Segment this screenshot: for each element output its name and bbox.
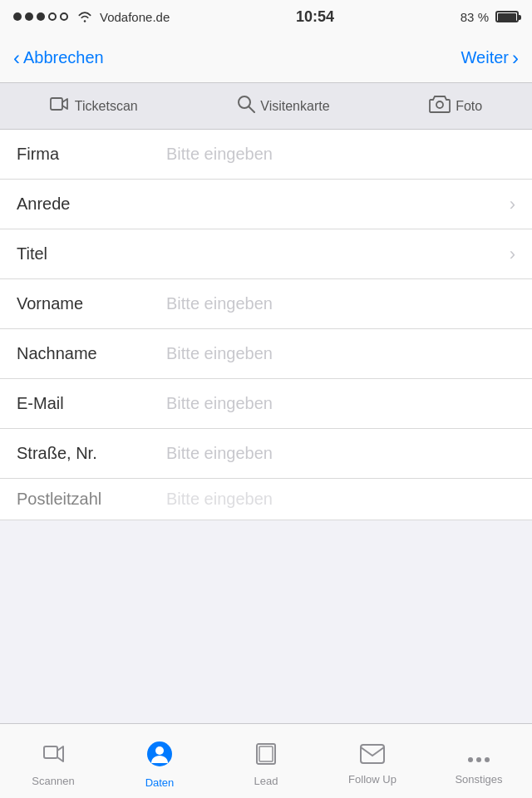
form-row-vorname[interactable]: Vorname <box>0 279 532 329</box>
sonstiges-icon <box>467 744 490 770</box>
scannen-icon <box>42 742 65 771</box>
search-icon <box>237 95 255 117</box>
form-row-strasse[interactable]: Straße, Nr. <box>0 429 532 479</box>
email-input[interactable] <box>166 394 515 413</box>
daten-icon <box>146 741 173 773</box>
tab-lead[interactable]: Lead <box>213 736 319 787</box>
toolbar-visitenkarte[interactable]: Visitenkarte <box>227 95 339 117</box>
form-row-titel[interactable]: Titel › <box>0 229 532 279</box>
form-container: Firma Anrede › Titel › Vorname Nachname … <box>0 130 532 520</box>
status-left: Vodafone.de <box>13 10 170 24</box>
chevron-right-icon: › <box>512 48 519 68</box>
signal-dot-3 <box>37 12 45 21</box>
toolbar-visitenkarte-label: Visitenkarte <box>260 99 329 114</box>
form-row-email[interactable]: E-Mail <box>0 379 532 429</box>
svg-rect-9 <box>361 745 384 763</box>
tab-sonstiges[interactable]: Sonstiges <box>426 737 532 786</box>
tab-scannen-label: Scannen <box>32 775 74 787</box>
svg-rect-0 <box>51 98 62 110</box>
followup-icon <box>360 744 385 770</box>
tab-followup[interactable]: Follow Up <box>319 737 426 786</box>
postleitzahl-input[interactable] <box>166 490 515 509</box>
postleitzahl-label: Postleitzahl <box>17 490 166 509</box>
form-row-anrede[interactable]: Anrede › <box>0 180 532 229</box>
toolbar-foto-label: Foto <box>456 99 482 114</box>
svg-point-11 <box>476 757 481 762</box>
strasse-input[interactable] <box>166 444 515 463</box>
svg-point-12 <box>485 757 490 762</box>
camera-icon <box>429 95 451 117</box>
nav-bar: ‹ Abbrechen Weiter › <box>0 33 532 83</box>
tab-scannen[interactable]: Scannen <box>0 736 106 787</box>
vorname-label: Vorname <box>17 294 166 313</box>
svg-rect-4 <box>44 746 57 758</box>
firma-input[interactable] <box>166 145 515 164</box>
svg-point-3 <box>436 101 443 108</box>
video-icon <box>50 96 70 116</box>
cancel-label: Abbrechen <box>23 48 104 67</box>
anrede-label: Anrede <box>17 195 166 214</box>
form-row-postleitzahl[interactable]: Postleitzahl <box>0 479 532 520</box>
tab-daten-label: Daten <box>145 776 175 789</box>
toolbar-ticketscan[interactable]: Ticketscan <box>40 96 148 116</box>
strasse-label: Straße, Nr. <box>17 444 166 463</box>
svg-point-10 <box>468 757 473 762</box>
svg-point-6 <box>155 746 164 755</box>
form-row-firma[interactable]: Firma <box>0 130 532 180</box>
chevron-left-icon: ‹ <box>13 48 20 68</box>
status-time: 10:54 <box>296 8 334 26</box>
signal-dot-2 <box>25 12 33 21</box>
svg-rect-8 <box>259 746 273 761</box>
tab-lead-label: Lead <box>254 775 278 787</box>
next-button[interactable]: Weiter › <box>461 48 519 68</box>
battery-percent: 83 % <box>461 10 489 24</box>
lead-icon <box>255 742 277 771</box>
signal-dot-1 <box>13 12 22 21</box>
signal-dot-5 <box>60 12 68 21</box>
battery-icon <box>494 11 519 22</box>
next-label: Weiter <box>461 48 509 67</box>
toolbar-foto[interactable]: Foto <box>419 95 492 117</box>
tab-followup-label: Follow Up <box>348 773 397 786</box>
wifi-icon <box>76 10 93 23</box>
nachname-label: Nachname <box>17 344 166 363</box>
nachname-input[interactable] <box>166 344 515 363</box>
tab-bar: Scannen Daten Lead Foll <box>0 723 532 798</box>
svg-line-2 <box>249 106 254 112</box>
cancel-button[interactable]: ‹ Abbrechen <box>13 48 104 68</box>
vorname-input[interactable] <box>166 294 515 313</box>
titel-label: Titel <box>17 244 166 264</box>
status-bar: Vodafone.de 10:54 83 % <box>0 0 532 33</box>
toolbar-ticketscan-label: Ticketscan <box>75 99 138 114</box>
form-row-nachname[interactable]: Nachname <box>0 329 532 379</box>
titel-chevron-icon: › <box>510 244 515 265</box>
email-label: E-Mail <box>17 394 166 413</box>
tab-sonstiges-label: Sonstiges <box>455 773 502 786</box>
toolbar: Ticketscan Visitenkarte Foto <box>0 83 532 130</box>
anrede-chevron-icon: › <box>510 194 515 215</box>
status-right: 83 % <box>461 10 519 24</box>
tab-daten[interactable]: Daten <box>106 734 213 789</box>
signal-dot-4 <box>48 12 57 21</box>
firma-label: Firma <box>17 145 166 164</box>
form-content: Firma Anrede › Titel › Vorname Nachname … <box>0 130 532 595</box>
carrier-text: Vodafone.de <box>100 10 170 24</box>
